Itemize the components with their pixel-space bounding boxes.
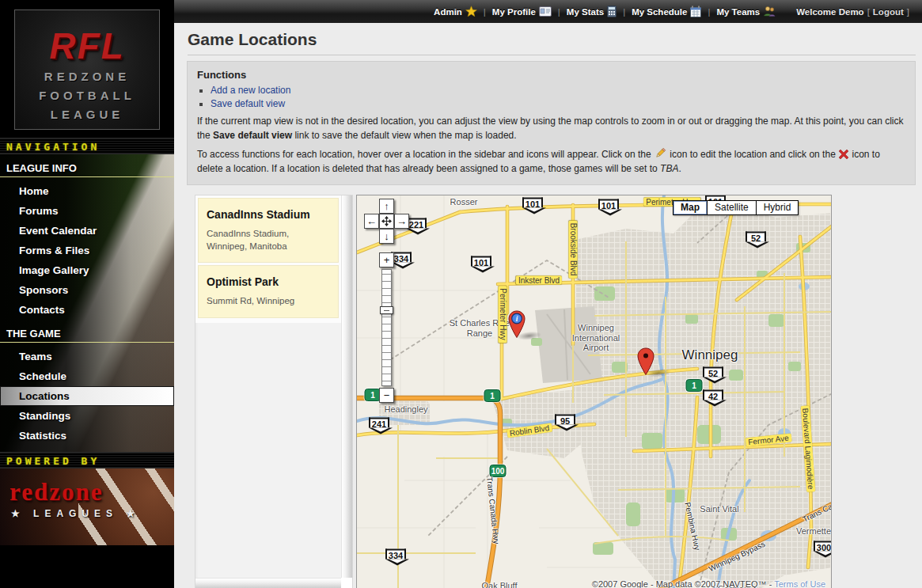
map-copyright: ©2007 Google - Map data ©2007 NAVTEQ™ - … — [592, 579, 825, 588]
star-icon — [465, 6, 477, 17]
topnav-label: Admin — [434, 7, 462, 17]
pan-center-icon — [381, 216, 392, 226]
horizontal-scrollbar[interactable] — [195, 578, 341, 588]
topnav-label: My Stats — [567, 7, 604, 17]
add-a-new-location-link[interactable]: Add a new location — [211, 85, 290, 96]
sidebar-item-statistics[interactable]: Statistics — [0, 426, 174, 446]
separator: | — [484, 7, 486, 17]
location-address: CanadInns Stadium, Winnipeg, Manitoba — [207, 228, 330, 252]
functions-link-list: Add a new locationSave default view — [197, 85, 905, 109]
bracket: ] — [907, 7, 909, 17]
separator: | — [558, 7, 560, 17]
sidebar-item-image-gallery[interactable]: Image Gallery — [0, 260, 174, 280]
rfl-logo-line3: LEAGUE — [15, 108, 159, 121]
separator: | — [623, 7, 625, 17]
rfl-logo-acronym: RFL — [15, 28, 159, 64]
pan-center-button[interactable] — [379, 214, 394, 229]
topnav-my-teams[interactable]: My Teams — [716, 6, 776, 17]
map-type-hybrid-button[interactable]: Hybrid — [756, 200, 799, 215]
content-area: Game Locations Functions Add a new locat… — [174, 23, 922, 588]
main-area: Admin|My Profile|My Stats|My Schedule|My… — [174, 0, 922, 588]
functions-box: Functions Add a new locationSave default… — [187, 61, 916, 185]
vertical-scrollbar[interactable] — [341, 195, 352, 578]
sidebar-item-sponsors[interactable]: Sponsors — [0, 280, 174, 300]
map-canvas — [357, 195, 832, 588]
rfl-logo-line2: FOOTBALL — [15, 89, 159, 102]
rfl-logo-line1: REDZONE — [15, 70, 159, 83]
pan-left-button[interactable]: ← — [364, 214, 379, 229]
sidebar-item-teams[interactable]: Teams — [0, 347, 174, 366]
location-marker-info[interactable]: i — [507, 310, 526, 342]
topnav-label: My Profile — [492, 7, 536, 17]
sidebar-nav: LEAGUE INFOHomeForumsEvent CalendarForms… — [0, 154, 174, 452]
sidebar-item-contacts[interactable]: Contacts — [0, 300, 174, 320]
edit-pencil-icon — [655, 147, 666, 159]
sidebar-section-league-info: LEAGUE INFO — [0, 154, 174, 177]
top-navigation-bar: Admin|My Profile|My Stats|My Schedule|My… — [174, 0, 922, 23]
topnav-admin[interactable]: Admin — [434, 6, 477, 17]
topnav-my-profile[interactable]: My Profile — [492, 6, 552, 17]
map-type-map-button[interactable]: Map — [673, 200, 708, 215]
topnav-my-stats[interactable]: My Stats — [567, 6, 617, 17]
map-type-satellite-button[interactable]: Satellite — [707, 200, 757, 215]
zoom-out-button[interactable]: − — [379, 388, 394, 403]
sidebar: RFL REDZONE FOOTBALL LEAGUE NAVIGATION L… — [0, 0, 174, 588]
sidebar-item-standings[interactable]: Standings — [0, 406, 174, 426]
location-name: Optimist Park — [207, 275, 330, 288]
instructions-paragraph-1: If the current map view is not in the de… — [197, 114, 905, 142]
pan-right-button[interactable]: → — [394, 214, 409, 229]
page-title: Game Locations — [188, 30, 916, 55]
calendar-icon — [690, 6, 701, 17]
sidebar-item-event-calendar[interactable]: Event Calendar — [0, 221, 174, 241]
map-type-switcher: MapSatelliteHybrid — [673, 200, 799, 215]
topnav-my-schedule[interactable]: My Schedule — [632, 6, 701, 17]
sidebar-item-schedule[interactable]: Schedule — [0, 366, 174, 386]
tba-emphasis: TBA — [660, 163, 678, 174]
bracket: [ — [867, 7, 870, 17]
welcome-text: Welcome Demo — [796, 7, 863, 17]
topnav-label: My Schedule — [632, 7, 687, 17]
instructions-paragraph-2: To access functions for each location, h… — [197, 147, 905, 176]
google-map[interactable]: Rosser101101Perimeter Hwy10122152334101B… — [356, 195, 832, 588]
redzone-leagues-text: ★ LEAGUES ★ — [0, 506, 174, 519]
profile-card-icon — [539, 6, 552, 17]
location-card[interactable]: Optimist ParkSummit Rd, Winnipeg — [198, 265, 339, 318]
pan-up-button[interactable]: ↑ — [379, 199, 394, 214]
rfl-logo: RFL REDZONE FOOTBALL LEAGUE — [14, 9, 160, 130]
teams-icon — [763, 6, 776, 17]
terms-of-use-link[interactable]: Terms of Use — [774, 579, 825, 588]
location-name: CanadInns Stadium — [207, 208, 330, 221]
powered-by-banner: POWERED BY — [0, 452, 174, 469]
location-card[interactable]: CanadInns StadiumCanadInns Stadium, Winn… — [198, 198, 339, 263]
locations-row: CanadInns StadiumCanadInns Stadium, Winn… — [187, 195, 922, 588]
sidebar-item-forms-files[interactable]: Forms & Files — [0, 241, 174, 260]
functions-title: Functions — [197, 69, 905, 81]
sidebar-item-forums[interactable]: Forums — [0, 201, 174, 221]
save-default-view-link[interactable]: Save default view — [211, 98, 285, 109]
app-window: RFL REDZONE FOOTBALL LEAGUE NAVIGATION L… — [0, 0, 922, 588]
separator: | — [708, 7, 710, 17]
scrollbar-corner — [341, 578, 352, 588]
svg-text:i: i — [516, 315, 518, 323]
topnav-label: My Teams — [716, 7, 760, 17]
location-address: Summit Rd, Winnipeg — [207, 295, 330, 308]
functions-list-item: Add a new location — [211, 85, 905, 96]
location-cards: CanadInns StadiumCanadInns Stadium, Winn… — [195, 195, 341, 323]
redzone-leagues-logo: redzone ★ LEAGUES ★ — [0, 469, 174, 545]
redzone-logo-text: redzone — [0, 469, 174, 506]
sidebar-item-locations[interactable]: Locations — [0, 386, 174, 406]
calculator-icon — [607, 6, 617, 17]
location-marker[interactable] — [636, 347, 655, 379]
sidebar-item-home[interactable]: Home — [0, 181, 174, 201]
pan-down-button[interactable]: ↓ — [379, 229, 394, 244]
save-default-view-emphasis: Save default view — [213, 130, 292, 141]
logout-link[interactable]: Logout — [873, 7, 904, 17]
location-list-panel: CanadInns StadiumCanadInns Stadium, Winn… — [195, 195, 353, 588]
sidebar-section-the-game: THE GAME — [0, 320, 174, 343]
zoom-in-button[interactable]: + — [379, 252, 394, 267]
zoom-slider-thumb[interactable] — [380, 306, 393, 314]
functions-list-item: Save default view — [211, 98, 905, 109]
navigation-banner: NAVIGATION — [0, 138, 174, 154]
delete-x-icon — [839, 150, 848, 159]
zoom-slider-track[interactable] — [381, 269, 392, 386]
